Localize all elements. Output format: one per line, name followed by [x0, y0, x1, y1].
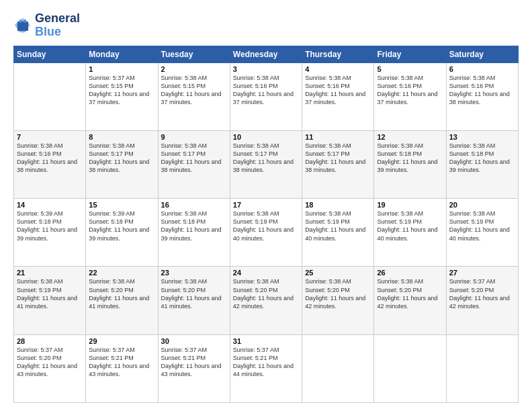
calendar-cell: 7Sunrise: 5:38 AMSunset: 5:16 PMDaylight…: [14, 130, 86, 198]
svg-rect-3: [19, 19, 21, 23]
cell-info: Sunrise: 5:38 AMSunset: 5:18 PMDaylight:…: [449, 142, 515, 175]
day-number: 15: [89, 201, 154, 209]
day-number: 25: [305, 269, 371, 277]
day-number: 13: [449, 133, 515, 141]
day-number: 2: [161, 65, 227, 73]
calendar-cell: 20Sunrise: 5:38 AMSunset: 5:19 PMDayligh…: [446, 199, 518, 267]
cell-info: Sunrise: 5:38 AMSunset: 5:17 PMDaylight:…: [305, 142, 371, 175]
calendar-cell: 4Sunrise: 5:38 AMSunset: 5:16 PMDaylight…: [302, 62, 374, 130]
calendar-cell: 10Sunrise: 5:38 AMSunset: 5:17 PMDayligh…: [230, 130, 302, 198]
calendar-day-header: Monday: [86, 46, 158, 62]
cell-info: Sunrise: 5:38 AMSunset: 5:16 PMDaylight:…: [17, 142, 83, 175]
calendar-day-header: Sunday: [14, 46, 86, 62]
cell-info: Sunrise: 5:38 AMSunset: 5:17 PMDaylight:…: [89, 142, 154, 175]
calendar-cell: [14, 62, 86, 130]
calendar-cell: 6Sunrise: 5:38 AMSunset: 5:16 PMDaylight…: [446, 62, 518, 130]
svg-rect-2: [17, 21, 28, 31]
day-number: 3: [233, 65, 299, 73]
day-number: 5: [377, 65, 443, 73]
cell-info: Sunrise: 5:38 AMSunset: 5:17 PMDaylight:…: [161, 142, 227, 175]
cell-info: Sunrise: 5:38 AMSunset: 5:15 PMDaylight:…: [161, 74, 227, 107]
calendar-week-row: 1Sunrise: 5:37 AMSunset: 5:15 PMDaylight…: [14, 62, 519, 130]
calendar-cell: 9Sunrise: 5:38 AMSunset: 5:17 PMDaylight…: [158, 130, 230, 198]
cell-info: Sunrise: 5:38 AMSunset: 5:18 PMDaylight:…: [161, 210, 227, 242]
cell-info: Sunrise: 5:38 AMSunset: 5:19 PMDaylight:…: [377, 210, 443, 242]
calendar-cell: 29Sunrise: 5:37 AMSunset: 5:21 PMDayligh…: [86, 334, 158, 402]
cell-info: Sunrise: 5:39 AMSunset: 5:18 PMDaylight:…: [17, 210, 83, 242]
calendar-day-header: Friday: [374, 46, 446, 62]
calendar-header-row: SundayMondayTuesdayWednesdayThursdayFrid…: [14, 46, 519, 62]
calendar-cell: 26Sunrise: 5:38 AMSunset: 5:20 PMDayligh…: [374, 267, 446, 334]
cell-info: Sunrise: 5:38 AMSunset: 5:20 PMDaylight:…: [377, 277, 443, 310]
calendar-cell: 23Sunrise: 5:38 AMSunset: 5:20 PMDayligh…: [158, 267, 230, 334]
logo: General Blue: [13, 12, 80, 39]
day-number: 4: [305, 65, 371, 73]
cell-info: Sunrise: 5:39 AMSunset: 5:18 PMDaylight:…: [89, 210, 154, 242]
calendar-cell: 27Sunrise: 5:37 AMSunset: 5:20 PMDayligh…: [446, 267, 518, 334]
calendar-cell: 21Sunrise: 5:38 AMSunset: 5:19 PMDayligh…: [14, 267, 86, 334]
day-number: 7: [17, 133, 83, 141]
calendar-cell: 11Sunrise: 5:38 AMSunset: 5:17 PMDayligh…: [302, 130, 374, 198]
calendar-cell: 16Sunrise: 5:38 AMSunset: 5:18 PMDayligh…: [158, 199, 230, 267]
calendar-cell: 1Sunrise: 5:37 AMSunset: 5:15 PMDaylight…: [86, 62, 158, 130]
cell-info: Sunrise: 5:38 AMSunset: 5:20 PMDaylight:…: [305, 277, 371, 310]
day-number: 29: [89, 337, 154, 345]
cell-info: Sunrise: 5:38 AMSunset: 5:20 PMDaylight:…: [89, 277, 154, 310]
day-number: 19: [377, 201, 443, 209]
day-number: 24: [233, 269, 299, 277]
calendar-cell: 28Sunrise: 5:37 AMSunset: 5:20 PMDayligh…: [14, 334, 86, 402]
calendar-cell: [446, 334, 518, 402]
calendar-cell: 25Sunrise: 5:38 AMSunset: 5:20 PMDayligh…: [302, 267, 374, 334]
calendar-cell: 12Sunrise: 5:38 AMSunset: 5:18 PMDayligh…: [374, 130, 446, 198]
day-number: 6: [449, 65, 515, 73]
calendar-week-row: 14Sunrise: 5:39 AMSunset: 5:18 PMDayligh…: [14, 199, 519, 267]
calendar-cell: 19Sunrise: 5:38 AMSunset: 5:19 PMDayligh…: [374, 199, 446, 267]
calendar-cell: 3Sunrise: 5:38 AMSunset: 5:16 PMDaylight…: [230, 62, 302, 130]
header: General Blue: [13, 12, 519, 39]
calendar-cell: 8Sunrise: 5:38 AMSunset: 5:17 PMDaylight…: [86, 130, 158, 198]
day-number: 28: [17, 337, 83, 345]
calendar-week-row: 21Sunrise: 5:38 AMSunset: 5:19 PMDayligh…: [14, 267, 519, 334]
calendar-cell: 31Sunrise: 5:37 AMSunset: 5:21 PMDayligh…: [230, 334, 302, 402]
page: General Blue SundayMondayTuesdayWednesda…: [0, 0, 532, 411]
cell-info: Sunrise: 5:37 AMSunset: 5:21 PMDaylight:…: [89, 346, 154, 379]
day-number: 27: [449, 269, 515, 277]
cell-info: Sunrise: 5:38 AMSunset: 5:19 PMDaylight:…: [305, 210, 371, 242]
day-number: 21: [17, 269, 83, 277]
cell-info: Sunrise: 5:37 AMSunset: 5:15 PMDaylight:…: [89, 74, 154, 107]
calendar-cell: 15Sunrise: 5:39 AMSunset: 5:18 PMDayligh…: [86, 199, 158, 267]
cell-info: Sunrise: 5:37 AMSunset: 5:21 PMDaylight:…: [233, 346, 299, 379]
day-number: 23: [161, 269, 227, 277]
cell-info: Sunrise: 5:37 AMSunset: 5:20 PMDaylight:…: [17, 346, 83, 379]
cell-info: Sunrise: 5:38 AMSunset: 5:20 PMDaylight:…: [161, 277, 227, 310]
day-number: 9: [161, 133, 227, 141]
cell-info: Sunrise: 5:37 AMSunset: 5:20 PMDaylight:…: [449, 277, 515, 310]
cell-info: Sunrise: 5:37 AMSunset: 5:21 PMDaylight:…: [161, 346, 227, 379]
day-number: 14: [17, 201, 83, 209]
calendar-week-row: 28Sunrise: 5:37 AMSunset: 5:20 PMDayligh…: [14, 334, 519, 402]
cell-info: Sunrise: 5:38 AMSunset: 5:19 PMDaylight:…: [449, 210, 515, 242]
day-number: 20: [449, 201, 515, 209]
day-number: 22: [89, 269, 154, 277]
cell-info: Sunrise: 5:38 AMSunset: 5:19 PMDaylight:…: [233, 210, 299, 242]
calendar-cell: 22Sunrise: 5:38 AMSunset: 5:20 PMDayligh…: [86, 267, 158, 334]
day-number: 1: [89, 65, 154, 73]
day-number: 17: [233, 201, 299, 209]
day-number: 16: [161, 201, 227, 209]
calendar-cell: 5Sunrise: 5:38 AMSunset: 5:16 PMDaylight…: [374, 62, 446, 130]
logo-icon: [13, 16, 32, 35]
cell-info: Sunrise: 5:38 AMSunset: 5:16 PMDaylight:…: [377, 74, 443, 107]
svg-rect-4: [24, 19, 26, 23]
calendar-cell: 18Sunrise: 5:38 AMSunset: 5:19 PMDayligh…: [302, 199, 374, 267]
cell-info: Sunrise: 5:38 AMSunset: 5:16 PMDaylight:…: [233, 74, 299, 107]
calendar-cell: 13Sunrise: 5:38 AMSunset: 5:18 PMDayligh…: [446, 130, 518, 198]
day-number: 31: [233, 337, 299, 345]
cell-info: Sunrise: 5:38 AMSunset: 5:17 PMDaylight:…: [233, 142, 299, 175]
calendar-day-header: Saturday: [446, 46, 518, 62]
cell-info: Sunrise: 5:38 AMSunset: 5:18 PMDaylight:…: [377, 142, 443, 175]
calendar-cell: 2Sunrise: 5:38 AMSunset: 5:15 PMDaylight…: [158, 62, 230, 130]
cell-info: Sunrise: 5:38 AMSunset: 5:20 PMDaylight:…: [233, 277, 299, 310]
calendar-week-row: 7Sunrise: 5:38 AMSunset: 5:16 PMDaylight…: [14, 130, 519, 198]
day-number: 12: [377, 133, 443, 141]
calendar-day-header: Thursday: [302, 46, 374, 62]
